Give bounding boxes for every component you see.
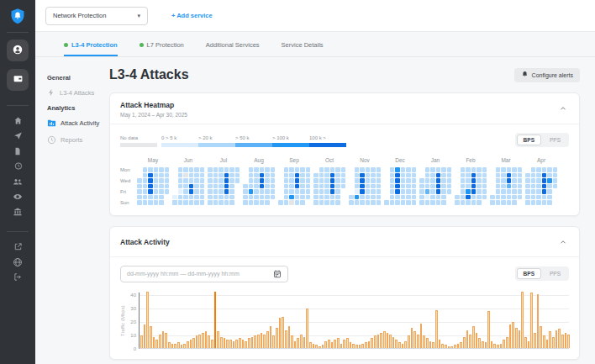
heatmap-cell[interactable] bbox=[148, 184, 153, 189]
activity-bar[interactable] bbox=[340, 344, 343, 348]
heatmap-cell[interactable] bbox=[224, 195, 229, 200]
heatmap-cell[interactable] bbox=[501, 178, 506, 183]
heatmap-cell[interactable] bbox=[501, 189, 506, 194]
heatmap-cell[interactable] bbox=[143, 189, 148, 194]
activity-bar[interactable] bbox=[450, 346, 453, 348]
heatmap-cell[interactable] bbox=[224, 167, 229, 172]
heatmap-cell[interactable] bbox=[360, 200, 365, 205]
heatmap-cell[interactable] bbox=[219, 173, 224, 178]
heatmap-cell[interactable] bbox=[412, 167, 417, 172]
heatmap-cell[interactable] bbox=[341, 167, 346, 172]
heatmap-cell[interactable] bbox=[531, 184, 536, 189]
heatmap-cell[interactable] bbox=[254, 167, 259, 172]
heatmap-cell[interactable] bbox=[536, 195, 541, 200]
heatmap-cell[interactable] bbox=[531, 195, 536, 200]
heatmap-cell[interactable] bbox=[224, 178, 229, 183]
heatmap-cell[interactable] bbox=[430, 178, 435, 183]
tab-l7-protection[interactable]: L7 Protection bbox=[140, 41, 184, 56]
heatmap-cell[interactable] bbox=[542, 200, 547, 205]
heatmap-cell[interactable] bbox=[430, 189, 435, 194]
heatmap-cell[interactable] bbox=[200, 200, 205, 205]
heatmap-cell[interactable] bbox=[390, 200, 395, 205]
heatmap-cell[interactable] bbox=[265, 167, 270, 172]
heatmap-cell[interactable] bbox=[330, 189, 335, 194]
activity-bar[interactable] bbox=[343, 340, 345, 348]
heatmap-cell[interactable] bbox=[271, 184, 276, 189]
activity-bar[interactable] bbox=[198, 335, 201, 348]
heatmap-cell[interactable] bbox=[512, 173, 517, 178]
heatmap-cell[interactable] bbox=[447, 184, 452, 189]
heatmap-cell[interactable] bbox=[518, 184, 523, 189]
heatmap-cell[interactable] bbox=[371, 200, 376, 205]
heatmap-cell[interactable] bbox=[330, 195, 335, 200]
heatmap-cell[interactable] bbox=[154, 178, 159, 183]
heatmap-cell[interactable] bbox=[395, 167, 400, 172]
heatmap-cell[interactable] bbox=[490, 195, 495, 200]
activity-bar[interactable] bbox=[426, 338, 429, 347]
activity-bar[interactable] bbox=[395, 340, 398, 348]
heatmap-cell[interactable] bbox=[143, 184, 148, 189]
heatmap-cell[interactable] bbox=[436, 189, 441, 194]
heatmap-cell[interactable] bbox=[213, 195, 219, 200]
activity-units-bps-button[interactable]: BPS bbox=[517, 268, 541, 279]
activity-bar[interactable] bbox=[282, 317, 284, 348]
heatmap-cell[interactable] bbox=[355, 178, 360, 183]
heatmap-cell[interactable] bbox=[324, 200, 329, 205]
activity-units-pps-button[interactable]: PPS bbox=[543, 268, 567, 279]
heatmap-cell[interactable] bbox=[406, 178, 411, 183]
heatmap-cell[interactable] bbox=[542, 173, 547, 178]
heatmap-cell[interactable] bbox=[324, 195, 329, 200]
activity-bar[interactable] bbox=[162, 331, 165, 347]
heatmap-cell[interactable] bbox=[471, 178, 477, 183]
heatmap-cell[interactable] bbox=[189, 167, 194, 172]
account-button[interactable] bbox=[7, 40, 29, 61]
heatmap-cell[interactable] bbox=[200, 167, 205, 172]
heatmap-cell[interactable] bbox=[295, 178, 300, 183]
heatmap-cell[interactable] bbox=[284, 173, 289, 178]
heatmap-cell[interactable] bbox=[254, 178, 259, 183]
activity-bar[interactable] bbox=[235, 340, 238, 348]
heatmap-cell[interactable] bbox=[249, 195, 254, 200]
activity-bar[interactable] bbox=[322, 345, 324, 347]
heatmap-cell[interactable] bbox=[137, 195, 142, 200]
heatmap-cell[interactable] bbox=[200, 173, 205, 178]
activity-bar[interactable] bbox=[404, 341, 407, 348]
heatmap-cell[interactable] bbox=[425, 195, 430, 200]
history-icon[interactable] bbox=[13, 159, 23, 173]
heatmap-cell[interactable] bbox=[335, 184, 340, 189]
heatmap-cell[interactable] bbox=[278, 200, 283, 205]
heatmap-cell[interactable] bbox=[208, 173, 213, 178]
heatmap-cell[interactable] bbox=[547, 173, 552, 178]
heatmap-cell[interactable] bbox=[154, 167, 159, 172]
heatmap-cell[interactable] bbox=[360, 184, 365, 189]
heatmap-cell[interactable] bbox=[254, 189, 259, 194]
heatmap-cell[interactable] bbox=[466, 200, 471, 205]
heatmap-cell[interactable] bbox=[390, 167, 395, 172]
heatmap-cell[interactable] bbox=[306, 167, 311, 172]
heatmap-cell[interactable] bbox=[547, 184, 552, 189]
heatmap-cell[interactable] bbox=[284, 167, 289, 172]
heatmap-cell[interactable] bbox=[178, 184, 183, 189]
heatmap-cell[interactable] bbox=[525, 200, 530, 205]
heatmap-cell[interactable] bbox=[542, 189, 547, 194]
activity-bar[interactable] bbox=[521, 292, 524, 348]
heatmap-cell[interactable] bbox=[159, 178, 164, 183]
heatmap-cell[interactable] bbox=[553, 184, 558, 189]
heatmap-cell[interactable] bbox=[360, 195, 365, 200]
users-icon[interactable] bbox=[13, 174, 23, 188]
heatmap-cell[interactable] bbox=[154, 200, 159, 205]
heatmap-cell[interactable] bbox=[430, 173, 435, 178]
activity-bar[interactable] bbox=[140, 335, 143, 347]
heatmap-cell[interactable] bbox=[366, 189, 371, 194]
heatmap-cell[interactable] bbox=[461, 167, 466, 172]
activity-bar[interactable] bbox=[261, 333, 263, 348]
wallet-button[interactable] bbox=[7, 69, 29, 91]
heatmap-cell[interactable] bbox=[319, 200, 324, 205]
heatmap-cell[interactable] bbox=[254, 200, 259, 205]
heatmap-cell[interactable] bbox=[366, 195, 371, 200]
heatmap-cell[interactable] bbox=[412, 195, 417, 200]
activity-bar[interactable] bbox=[165, 333, 167, 348]
heatmap-cell[interactable] bbox=[536, 178, 541, 183]
heatmap-cell[interactable] bbox=[384, 200, 389, 205]
heatmap-cell[interactable] bbox=[477, 184, 482, 189]
